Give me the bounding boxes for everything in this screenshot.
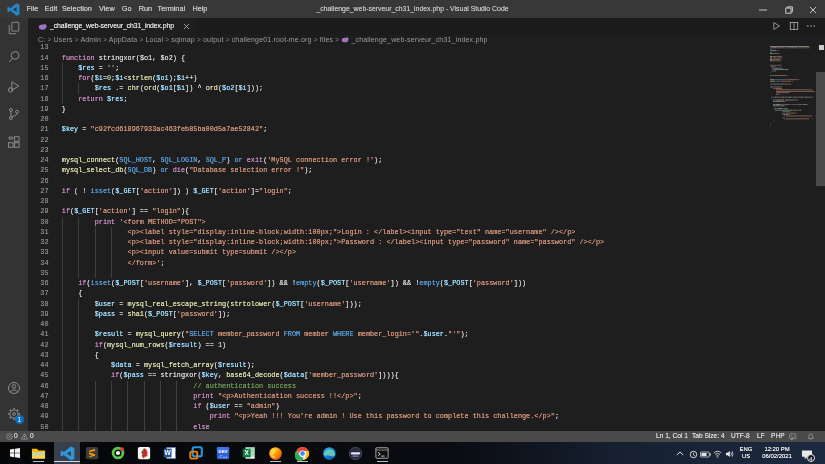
svg-text:-C++: -C++	[218, 454, 228, 459]
svg-text:X: X	[244, 449, 249, 456]
svg-text:W: W	[165, 449, 172, 456]
